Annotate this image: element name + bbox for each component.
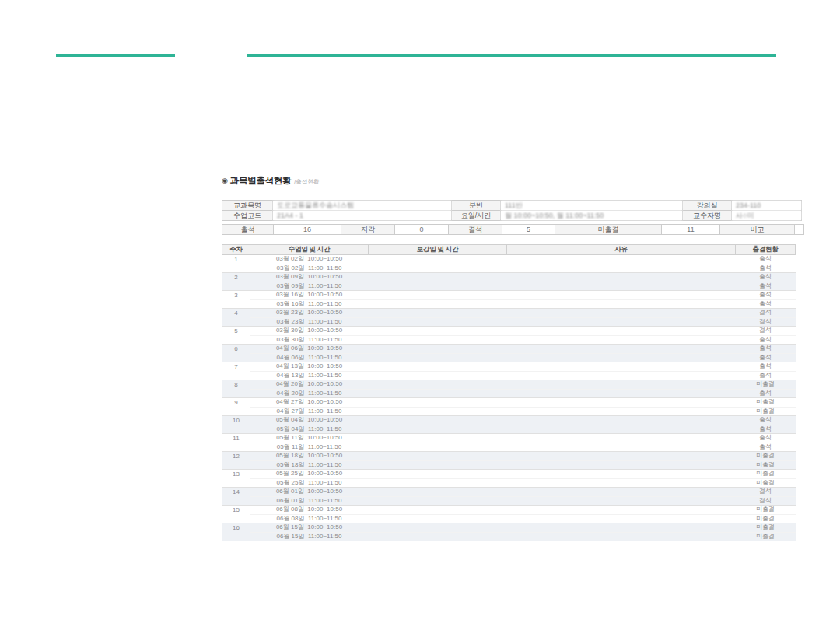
- makeup-datetime: [369, 282, 507, 291]
- class-code-label: 수업코드: [222, 211, 273, 221]
- session-datetime: 05월 18일 10:00~10:50: [250, 452, 369, 461]
- makeup-datetime: [369, 443, 507, 452]
- reason: [507, 309, 736, 318]
- status: 출석: [736, 264, 796, 273]
- status: 출석: [736, 371, 796, 380]
- reason: [507, 460, 736, 470]
- course-name-value: 도로교통물류수송시스템: [273, 201, 452, 211]
- makeup-datetime: [369, 506, 507, 515]
- attendance-row: 04월 13일 11:00~11:50출석: [222, 371, 796, 380]
- course-info-row: 수업코드 21A4 - 1 요일/시간 월 10:00~10:50, 월 11:…: [222, 211, 802, 221]
- reason: [507, 264, 736, 273]
- summary-row: 출석 16 지각 0 결석 5 미출결 11 비고: [222, 225, 804, 235]
- reason: [507, 425, 736, 434]
- makeup-datetime: [369, 398, 507, 408]
- session-datetime: 03월 30일 10:00~10:50: [250, 327, 369, 336]
- session-datetime: 03월 09일 10:00~10:50: [250, 273, 369, 282]
- professor-label: 교수자명: [683, 211, 732, 221]
- makeup-datetime: [369, 460, 507, 470]
- section-bullet-icon: ◉: [222, 177, 228, 184]
- makeup-datetime: [369, 353, 507, 362]
- attendance-row: 03월 23일 11:00~11:50결석: [222, 317, 796, 327]
- makeup-datetime: [369, 532, 507, 541]
- status: 결석: [736, 496, 796, 506]
- week-number: 12: [222, 452, 250, 470]
- course-name-label: 교과목명: [222, 201, 273, 211]
- classroom-value: 234-110: [732, 201, 802, 211]
- reason: [507, 398, 736, 408]
- late-label: 지각: [341, 225, 395, 235]
- attendance-row: 303월 16일 10:00~10:50출석: [222, 291, 796, 300]
- week-number: 5: [222, 327, 250, 345]
- status: 미출결: [736, 514, 796, 523]
- reason: [507, 353, 736, 362]
- attendance-row: 804월 20일 10:00~10:50미출결: [222, 380, 796, 390]
- attendance-row: 03월 30일 11:00~11:50출석: [222, 335, 796, 345]
- week-number: 7: [222, 362, 250, 380]
- header-rule-left: [56, 54, 175, 57]
- makeup-datetime: [369, 273, 507, 282]
- attendance-report-page: ◉과목별출석현황/출석현황 교과목명 도로교통물류수송시스템 분반 111반 강…: [0, 0, 840, 630]
- reason: [507, 380, 736, 390]
- makeup-datetime: [369, 523, 507, 533]
- session-datetime: 05월 11일 10:00~10:50: [250, 434, 369, 443]
- makeup-datetime: [369, 434, 507, 443]
- attendance-row: 06월 15일 11:00~11:50미출결: [222, 532, 796, 541]
- status: 출석: [736, 353, 796, 362]
- section-title-row: ◉과목별출석현황/출석현황: [222, 173, 319, 187]
- status: 미출결: [736, 523, 796, 533]
- attendance-row: 04월 20일 11:00~11:50출석: [222, 389, 796, 398]
- status: 미출결: [736, 380, 796, 390]
- absent-label: 결석: [449, 225, 502, 235]
- col-status: 출결현황: [736, 245, 796, 255]
- status: 미출결: [736, 398, 796, 408]
- reason: [507, 362, 736, 372]
- reason: [507, 389, 736, 398]
- col-reason: 사유: [507, 245, 736, 255]
- attendance-row: 1606월 15일 10:00~10:50미출결: [222, 523, 796, 533]
- status: 출석: [736, 335, 796, 345]
- status: 출석: [736, 255, 796, 264]
- header-rule-right: [247, 54, 776, 57]
- makeup-datetime: [369, 327, 507, 336]
- week-number: 9: [222, 398, 250, 416]
- reason: [507, 407, 736, 416]
- makeup-datetime: [369, 425, 507, 434]
- week-number: 11: [222, 434, 250, 452]
- reason: [507, 523, 736, 533]
- week-number: 1: [222, 255, 250, 273]
- session-datetime: 03월 16일 10:00~10:50: [250, 291, 369, 300]
- remarks-value: [795, 225, 804, 235]
- session-datetime: 06월 01일 10:00~10:50: [250, 488, 369, 497]
- session-datetime: 04월 20일 11:00~11:50: [250, 389, 369, 398]
- week-number: 6: [222, 345, 250, 362]
- status: 미출결: [736, 470, 796, 479]
- makeup-datetime: [369, 362, 507, 372]
- week-number: 10: [222, 416, 250, 434]
- status: 미출결: [736, 452, 796, 461]
- status: 결석: [736, 309, 796, 318]
- session-datetime: 03월 02일 11:00~11:50: [250, 264, 369, 273]
- reason: [507, 470, 736, 479]
- week-number: 15: [222, 506, 250, 523]
- classroom-label: 강의실: [683, 201, 732, 211]
- attendance-row: 1005월 04일 10:00~10:50출석: [222, 416, 796, 425]
- course-info-row: 교과목명 도로교통물류수송시스템 분반 111반 강의실 234-110: [222, 201, 802, 211]
- makeup-datetime: [369, 317, 507, 327]
- makeup-datetime: [369, 478, 507, 488]
- makeup-datetime: [369, 496, 507, 506]
- late-count: 0: [395, 225, 449, 235]
- reason: [507, 317, 736, 327]
- session-datetime: 03월 02일 10:00~10:50: [250, 255, 369, 264]
- session-datetime: 03월 23일 11:00~11:50: [250, 317, 369, 327]
- page-title: 과목별출석현황: [230, 176, 291, 185]
- status: 미출결: [736, 478, 796, 488]
- status: 출석: [736, 362, 796, 372]
- week-number: 16: [222, 523, 250, 541]
- reason: [507, 452, 736, 461]
- attendance-header-row: 주차 수업일 및 시간 보강일 및 시간 사유 출결현황: [222, 245, 796, 255]
- attendance-table: 주차 수업일 및 시간 보강일 및 시간 사유 출결현황 103월 02일 10…: [222, 244, 796, 541]
- makeup-datetime: [369, 452, 507, 461]
- day-time-value: 월 10:00~10:50, 월 11:00~11:50: [501, 211, 683, 221]
- status: 결석: [736, 317, 796, 327]
